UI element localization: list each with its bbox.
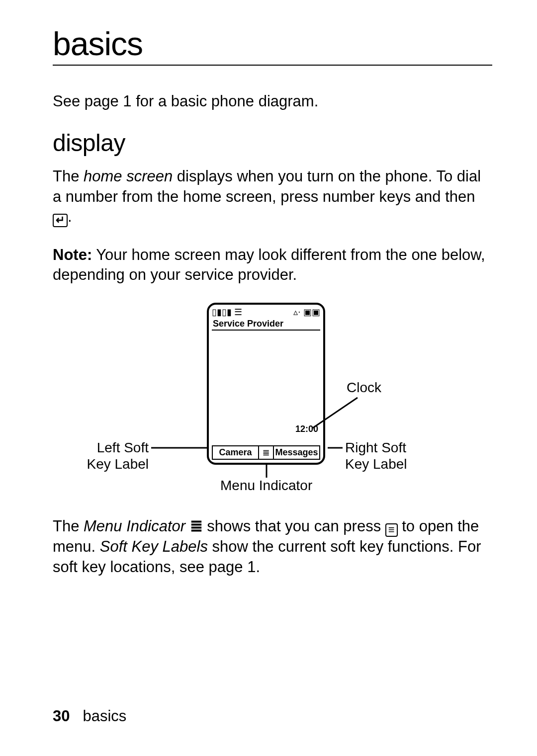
display-description: The home screen displays when you turn o… (53, 167, 492, 227)
intro-paragraph: See page 1 for a basic phone diagram. (53, 91, 492, 111)
note-paragraph: Note: Your home screen may look differen… (53, 245, 492, 285)
page-number: 30 (53, 707, 70, 725)
text: . (68, 208, 72, 225)
diagram-leader-lines (86, 303, 459, 502)
home-screen-diagram: ▯▮▯▮ ☰ ▵⋅ ▣▣ Service Provider 12:00 Came… (86, 303, 459, 502)
call-key-icon: ↵ (53, 214, 68, 227)
section-heading: display (53, 129, 492, 157)
text: The (53, 168, 84, 185)
menu-indicator-paragraph: The Menu Indicator ≣ shows that you can … (53, 516, 492, 577)
text: shows that you can press (203, 517, 385, 535)
note-label: Note: (53, 246, 92, 263)
title-rule (53, 65, 492, 66)
soft-key-labels-term: Soft Key Labels (100, 538, 208, 555)
svg-line-3 (313, 398, 358, 428)
page-title: basics (53, 25, 492, 63)
text (185, 517, 190, 535)
menu-indicator-term: Menu Indicator (84, 517, 185, 535)
text: The (53, 517, 84, 535)
menu-glyph-icon: ≣ (190, 517, 203, 535)
footer-section-name: basics (83, 707, 126, 725)
note-body: Your home screen may look different from… (53, 246, 485, 283)
home-screen-term: home screen (84, 168, 173, 185)
page-footer: 30basics (53, 707, 126, 725)
menu-key-icon: ≡ (385, 523, 398, 537)
